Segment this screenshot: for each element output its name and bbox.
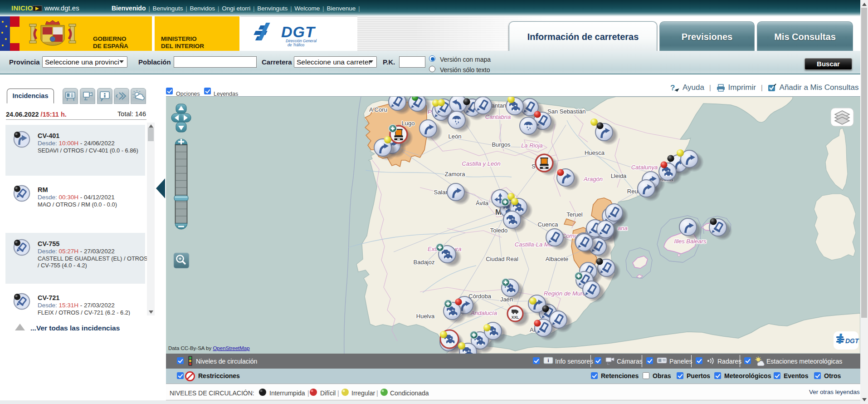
svg-text:Cuenca: Cuenca: [538, 221, 559, 228]
svg-text:?: ?: [670, 84, 675, 92]
svg-text:Albacete: Albacete: [546, 256, 569, 262]
svg-text:Zamora: Zamora: [445, 171, 466, 177]
svg-text:Lleida: Lleida: [611, 172, 627, 179]
svg-text:Región de Murc: Región de Murc: [544, 290, 585, 297]
svg-text:Toledo: Toledo: [490, 227, 507, 234]
svg-text:A Coru: A Coru: [369, 106, 387, 113]
svg-text:Castilla y León: Castilla y León: [462, 160, 500, 167]
svg-text:Badajoz: Badajoz: [414, 259, 435, 266]
svg-text:i: i: [547, 358, 549, 363]
svg-text:La Rioja: La Rioja: [521, 142, 543, 149]
svg-text:Burgos: Burgos: [492, 141, 511, 148]
svg-text:Huelva: Huelva: [416, 313, 435, 320]
svg-text:San Sebastián: San Sebastián: [547, 108, 586, 115]
svg-text:Córdoba: Córdoba: [468, 293, 492, 300]
svg-text:León: León: [449, 133, 462, 140]
svg-text:Data CC-By-SA by OpenStreetMap: Data CC-By-SA by OpenStreetMap: [168, 345, 250, 351]
svg-text:Catalunya: Catalunya: [631, 164, 658, 171]
svg-text:Ciudad Real: Ciudad Real: [486, 256, 518, 262]
svg-text:DGT: DGT: [281, 23, 316, 40]
svg-text:Teruel: Teruel: [566, 211, 583, 218]
svg-text:Ávila: Ávila: [476, 200, 489, 207]
svg-text:Aragón: Aragón: [583, 176, 603, 182]
svg-text:Huesca: Huesca: [585, 149, 605, 156]
svg-text:de Tráfico: de Tráfico: [288, 43, 304, 47]
svg-text:Lugo: Lugo: [402, 120, 415, 127]
svg-text:DGT: DGT: [845, 337, 859, 345]
svg-text:Al: Al: [530, 326, 535, 333]
